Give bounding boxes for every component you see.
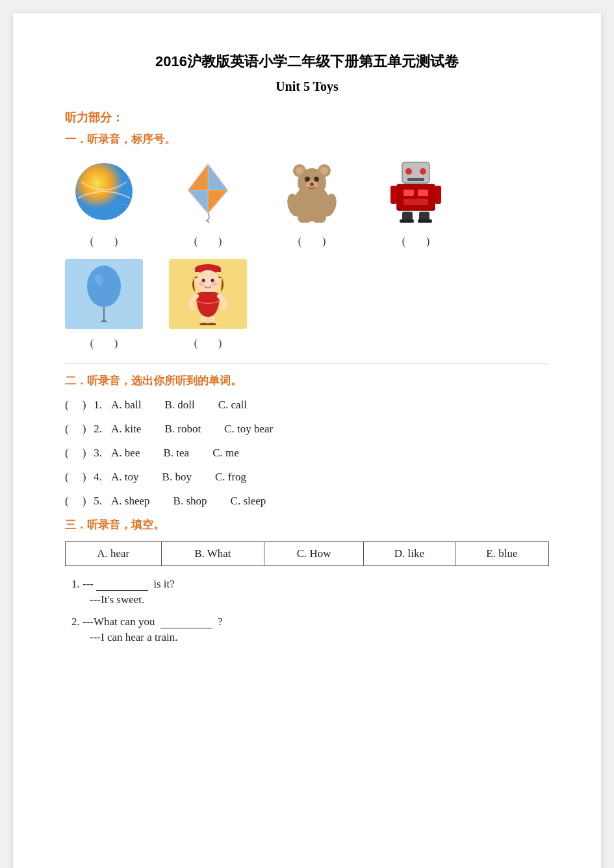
robot-bracket: ( ): [402, 235, 430, 249]
bear-image: [273, 156, 351, 227]
word-C-word: How: [310, 547, 331, 560]
blank-2[interactable]: [160, 628, 212, 628]
bear-bracket: ( ): [298, 235, 326, 249]
svg-point-14: [320, 167, 328, 175]
listen2-item-2: ( ) 2. A. kite B. robot C. toy bear: [65, 421, 549, 436]
word-E-key: E.: [486, 547, 498, 560]
bracket-close-2: ): [83, 423, 86, 436]
img-item-kite: ( ): [169, 156, 247, 249]
item2-optA: A. kite: [111, 423, 141, 436]
svg-marker-6: [208, 190, 227, 213]
doll-svg: [187, 264, 229, 325]
bracket-close-4: ): [83, 471, 86, 484]
item1-optA: A. ball: [111, 399, 141, 412]
word-B-word: What: [207, 547, 231, 560]
item4-optB: B. boy: [162, 471, 192, 484]
ball-image: [65, 156, 143, 227]
img-item-balloon: ( ): [65, 259, 143, 351]
item3-optB: B. tea: [163, 447, 189, 460]
bracket-open-3: (: [65, 445, 80, 460]
kite-svg: [179, 161, 237, 223]
listening-header: 听力部分：: [65, 110, 549, 125]
img-item-ball: ( ): [65, 156, 143, 249]
section2-label: 二．听录音，选出你所听到的单词。: [65, 373, 549, 388]
bracket-open-2: (: [65, 421, 80, 436]
item1-optC: C. call: [218, 399, 247, 412]
word-E-word: blue: [498, 547, 517, 560]
main-title: 2016沪教版英语小学二年级下册第五单元测试卷: [65, 52, 549, 71]
bracket-close-5: ): [83, 495, 86, 508]
img-item-bear: ( ): [273, 156, 351, 249]
item1-num: 1.: [94, 399, 102, 412]
bracket-close-1: ): [83, 399, 86, 412]
item2-optC: C. toy bear: [224, 423, 273, 436]
item3-optC: C. me: [212, 447, 239, 460]
fill-q1: 1. --- is it?: [71, 578, 549, 591]
blank-1[interactable]: [96, 590, 148, 591]
word-bank-table: A. hear B. What C. How D. like E. blue: [65, 541, 549, 566]
listen2-item-1: ( ) 1. A. ball B. doll C. call: [65, 397, 549, 412]
img-item-robot: ( ): [377, 156, 455, 249]
item1-optB: B. doll: [164, 399, 194, 412]
word-D-word: like: [407, 547, 424, 560]
robot-image: [377, 156, 455, 227]
word-E: E. blue: [455, 542, 548, 566]
section3-label: 三．听录音，填空。: [65, 517, 549, 532]
fill-q2: 2. ---What can you ?: [71, 615, 549, 628]
svg-rect-28: [403, 190, 414, 196]
bracket-close-3: ): [83, 447, 86, 460]
svg-rect-35: [400, 219, 414, 223]
listen2-item-3: ( ) 3. A. bee B. tea C. me: [65, 445, 549, 460]
word-bank-row: A. hear B. What C. How D. like E. blue: [66, 542, 549, 566]
word-A-word: hear: [110, 547, 129, 560]
svg-marker-7: [188, 190, 208, 213]
item5-optB: B. shop: [173, 495, 207, 508]
svg-point-44: [199, 281, 204, 286]
svg-marker-5: [208, 164, 227, 190]
doll-bg: [169, 259, 247, 329]
svg-point-12: [296, 167, 303, 175]
item4-optA: A. toy: [111, 471, 139, 484]
bear-svg: [285, 161, 339, 223]
item5-optA: A. sheep: [111, 495, 149, 508]
kite-bracket: ( ): [194, 235, 222, 249]
item5-optC: C. sleep: [231, 495, 266, 508]
svg-point-16: [314, 177, 319, 182]
listen2-item-5: ( ) 5. A. sheep B. shop C. sleep: [65, 493, 549, 508]
svg-point-15: [305, 177, 310, 182]
item3-optA: A. bee: [111, 447, 140, 460]
word-D: D. like: [363, 542, 455, 566]
item2-optB: B. robot: [164, 423, 201, 436]
page: 2016沪教版英语小学二年级下册第五单元测试卷 Unit 5 Toys 听力部分…: [13, 13, 601, 868]
svg-rect-29: [418, 190, 428, 196]
img-item-doll: ( ): [169, 259, 247, 351]
svg-rect-32: [435, 186, 441, 204]
bracket-open-4: (: [65, 469, 80, 484]
svg-point-45: [212, 281, 217, 286]
svg-point-18: [310, 182, 314, 186]
sub-title: Unit 5 Toys: [65, 79, 549, 94]
svg-point-37: [87, 266, 121, 307]
word-B-key: B.: [194, 547, 207, 560]
svg-marker-8: [188, 164, 208, 190]
balloon-bg: [65, 259, 143, 329]
svg-rect-36: [418, 219, 432, 223]
fill-a1: ---It's sweet.: [90, 593, 549, 606]
balloon-svg: [84, 264, 123, 325]
svg-rect-26: [407, 178, 424, 181]
section1-images-row2: ( ): [65, 259, 549, 351]
bracket-open-5: (: [65, 493, 80, 508]
section1-images-row1: ( ) ( ): [65, 156, 549, 249]
bracket-open-1: (: [65, 397, 80, 412]
word-D-key: D.: [394, 547, 408, 560]
item2-options: A. kite B. robot C. toy bear: [111, 423, 273, 436]
word-C: C. How: [264, 542, 364, 566]
ball-bracket: ( ): [90, 235, 118, 249]
word-C-key: C.: [297, 547, 310, 560]
item4-optC: C. frog: [215, 471, 246, 484]
doll-bracket: ( ): [194, 337, 222, 351]
fill-a2: ---I can hear a train.: [90, 631, 549, 644]
robot-svg: [390, 161, 441, 223]
word-A: A. hear: [66, 542, 162, 566]
svg-rect-30: [403, 199, 428, 205]
